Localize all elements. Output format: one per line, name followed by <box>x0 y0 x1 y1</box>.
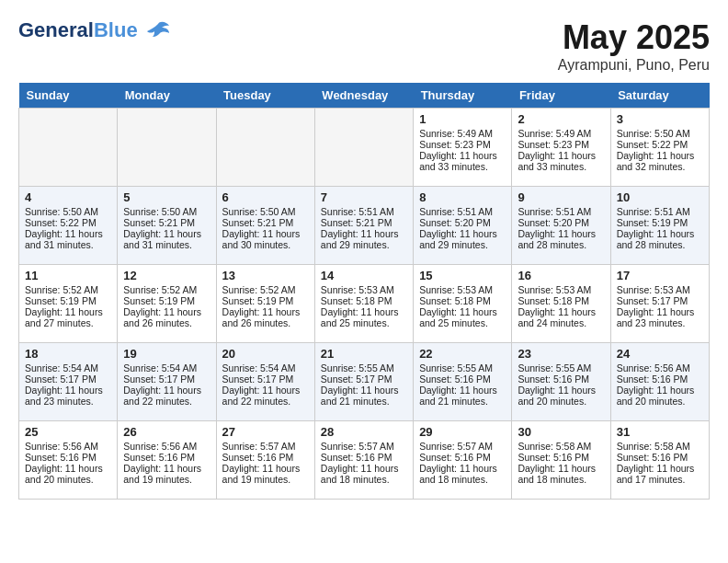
day-info-line: Sunset: 5:16 PM <box>123 452 210 463</box>
day-info-line: Daylight: 11 hours <box>518 228 604 239</box>
day-info-line: Sunset: 5:16 PM <box>518 452 604 463</box>
day-info-line: Daylight: 11 hours <box>419 150 506 161</box>
day-number: 14 <box>321 269 407 282</box>
calendar-cell: 15Sunrise: 5:53 AMSunset: 5:18 PMDayligh… <box>414 265 512 343</box>
day-info-line: Daylight: 11 hours <box>617 228 703 239</box>
day-info-line: and 18 minutes. <box>419 474 506 485</box>
day-info-line: Sunrise: 5:51 AM <box>518 206 604 217</box>
day-info-line: and 23 minutes. <box>617 317 703 328</box>
weekday-header-thursday: Thursday <box>414 83 512 109</box>
day-info-line: Sunrise: 5:53 AM <box>518 284 604 295</box>
day-info-line: Sunrise: 5:50 AM <box>222 206 309 217</box>
logo-text: GeneralBlue <box>18 18 138 42</box>
calendar-week-row: 18Sunrise: 5:54 AMSunset: 5:17 PMDayligh… <box>19 343 710 421</box>
day-info-line: Daylight: 11 hours <box>25 463 111 474</box>
day-info-line: and 19 minutes. <box>123 474 210 485</box>
calendar-cell: 24Sunrise: 5:56 AMSunset: 5:16 PMDayligh… <box>610 343 709 421</box>
day-info-line: Sunrise: 5:58 AM <box>617 441 703 452</box>
calendar-cell: 25Sunrise: 5:56 AMSunset: 5:16 PMDayligh… <box>19 421 118 500</box>
day-info-line: and 32 minutes. <box>617 161 703 172</box>
calendar-cell: 1Sunrise: 5:49 AMSunset: 5:23 PMDaylight… <box>414 109 512 187</box>
day-info-line: Daylight: 11 hours <box>518 385 604 396</box>
day-info-line: Sunset: 5:21 PM <box>222 217 309 228</box>
day-info-line: Sunrise: 5:54 AM <box>123 362 210 373</box>
day-info-line: and 22 minutes. <box>222 396 309 407</box>
day-number: 25 <box>25 425 111 439</box>
weekday-header-row: SundayMondayTuesdayWednesdayThursdayFrid… <box>19 83 710 109</box>
day-number: 6 <box>222 190 309 204</box>
weekday-header-wednesday: Wednesday <box>314 83 413 109</box>
day-number: 23 <box>518 347 604 361</box>
day-info-line: Sunset: 5:21 PM <box>123 217 210 228</box>
day-number: 19 <box>123 347 210 361</box>
day-info-line: Sunrise: 5:58 AM <box>518 441 604 452</box>
day-info-line: and 29 minutes. <box>321 239 407 250</box>
day-info-line: and 31 minutes. <box>25 239 111 250</box>
day-number: 28 <box>321 425 407 439</box>
page-header: GeneralBlue May 2025 Ayrampuni, Puno, Pe… <box>18 18 710 74</box>
calendar-cell: 16Sunrise: 5:53 AMSunset: 5:18 PMDayligh… <box>512 265 610 343</box>
day-info-line: Sunrise: 5:51 AM <box>419 206 506 217</box>
day-info-line: Sunrise: 5:53 AM <box>617 284 703 295</box>
day-info-line: Sunrise: 5:54 AM <box>222 362 309 373</box>
calendar-cell: 2Sunrise: 5:49 AMSunset: 5:23 PMDaylight… <box>512 109 610 187</box>
day-info-line: Sunrise: 5:53 AM <box>321 284 407 295</box>
day-info-line: and 17 minutes. <box>617 474 703 485</box>
day-info-line: and 26 minutes. <box>222 317 309 328</box>
day-number: 17 <box>617 269 703 282</box>
day-info-line: Sunset: 5:17 PM <box>617 295 703 306</box>
weekday-header-friday: Friday <box>512 83 610 109</box>
calendar-title: May 2025 <box>558 18 710 57</box>
calendar-cell <box>19 109 118 187</box>
calendar-cell: 18Sunrise: 5:54 AMSunset: 5:17 PMDayligh… <box>19 343 118 421</box>
day-info-line: Sunset: 5:17 PM <box>25 373 111 385</box>
day-info-line: Sunset: 5:16 PM <box>617 373 703 385</box>
day-info-line: and 19 minutes. <box>222 474 309 485</box>
day-number: 21 <box>321 347 407 361</box>
day-info-line: Sunset: 5:23 PM <box>419 139 506 150</box>
calendar-cell <box>118 109 216 187</box>
calendar-cell: 3Sunrise: 5:50 AMSunset: 5:22 PMDaylight… <box>610 109 709 187</box>
calendar-cell: 9Sunrise: 5:51 AMSunset: 5:20 PMDaylight… <box>512 187 610 265</box>
day-info-line: Daylight: 11 hours <box>123 306 210 317</box>
calendar-cell: 29Sunrise: 5:57 AMSunset: 5:16 PMDayligh… <box>414 421 512 500</box>
calendar-cell: 13Sunrise: 5:52 AMSunset: 5:19 PMDayligh… <box>216 265 314 343</box>
calendar-cell: 22Sunrise: 5:55 AMSunset: 5:16 PMDayligh… <box>414 343 512 421</box>
day-info-line: and 29 minutes. <box>419 239 506 250</box>
calendar-week-row: 4Sunrise: 5:50 AMSunset: 5:22 PMDaylight… <box>19 187 710 265</box>
day-number: 29 <box>419 425 506 439</box>
day-info-line: and 28 minutes. <box>617 239 703 250</box>
title-section: May 2025 Ayrampuni, Puno, Peru <box>558 18 710 74</box>
calendar-week-row: 1Sunrise: 5:49 AMSunset: 5:23 PMDaylight… <box>19 109 710 187</box>
day-info-line: Daylight: 11 hours <box>419 463 506 474</box>
weekday-header-tuesday: Tuesday <box>216 83 314 109</box>
day-info-line: Sunrise: 5:49 AM <box>419 128 506 139</box>
day-info-line: Daylight: 11 hours <box>25 306 111 317</box>
weekday-header-saturday: Saturday <box>610 83 709 109</box>
day-number: 8 <box>419 190 506 204</box>
day-info-line: and 22 minutes. <box>123 396 210 407</box>
day-number: 24 <box>617 347 703 361</box>
day-info-line: Sunrise: 5:52 AM <box>222 284 309 295</box>
day-number: 2 <box>518 112 604 126</box>
day-info-line: Sunset: 5:16 PM <box>518 373 604 385</box>
day-info-line: Sunset: 5:16 PM <box>419 452 506 463</box>
day-info-line: and 33 minutes. <box>419 161 506 172</box>
day-info-line: Sunset: 5:19 PM <box>25 295 111 306</box>
day-info-line: Sunrise: 5:52 AM <box>123 284 210 295</box>
calendar-cell: 31Sunrise: 5:58 AMSunset: 5:16 PMDayligh… <box>610 421 709 500</box>
day-number: 31 <box>617 425 703 439</box>
day-info-line: and 24 minutes. <box>518 317 604 328</box>
day-number: 3 <box>617 112 703 126</box>
day-info-line: and 31 minutes. <box>123 239 210 250</box>
day-info-line: Sunrise: 5:50 AM <box>25 206 111 217</box>
day-number: 12 <box>123 269 210 282</box>
calendar-cell: 20Sunrise: 5:54 AMSunset: 5:17 PMDayligh… <box>216 343 314 421</box>
day-info-line: Sunrise: 5:51 AM <box>617 206 703 217</box>
day-info-line: Sunrise: 5:56 AM <box>25 441 111 452</box>
logo: GeneralBlue <box>18 18 171 42</box>
day-info-line: Sunset: 5:18 PM <box>321 295 407 306</box>
calendar-cell: 17Sunrise: 5:53 AMSunset: 5:17 PMDayligh… <box>610 265 709 343</box>
day-info-line: Daylight: 11 hours <box>123 385 210 396</box>
day-info-line: Sunset: 5:17 PM <box>123 373 210 385</box>
